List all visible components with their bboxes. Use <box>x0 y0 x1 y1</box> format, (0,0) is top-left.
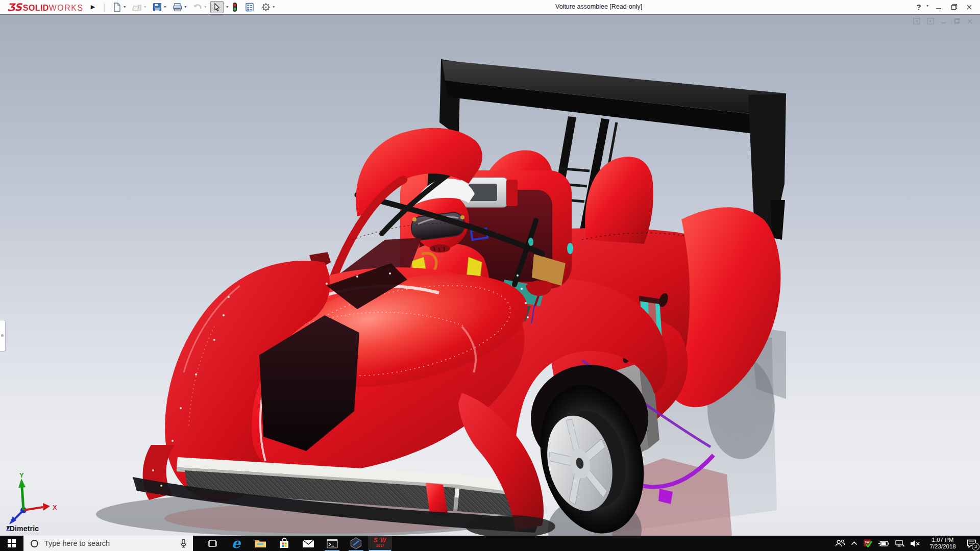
task-view-icon <box>207 539 217 548</box>
triad-y-label: Y <box>19 471 24 479</box>
document-window-controls <box>913 18 973 24</box>
edge-icon: e <box>232 537 240 549</box>
svg-text:sw: sw <box>865 540 870 544</box>
help-dropdown[interactable]: ▾ <box>924 0 931 13</box>
clock-time: 1:07 PM <box>926 537 960 543</box>
solidworks-logo-bold: SOLID <box>23 4 49 13</box>
open-icon <box>132 2 142 12</box>
solidworks-2017-button[interactable]: S W 2017 <box>368 536 392 551</box>
panel-grip-dot <box>1 334 4 337</box>
print-icon <box>172 2 183 12</box>
taskbar-clock[interactable]: 1:07 PM 7/23/2018 <box>926 537 960 550</box>
window-controls: ? ▾ <box>914 0 977 14</box>
doc-restore-button[interactable] <box>953 18 960 24</box>
save-button[interactable]: ▾ <box>150 1 168 14</box>
store-icon <box>279 538 289 549</box>
3d-model-scene[interactable]: Y X Z <box>0 15 980 536</box>
store-button[interactable] <box>272 536 296 551</box>
solidworks-logo: ƷS SOLID WORKS <box>7 1 84 13</box>
rebuild-button[interactable] <box>229 1 240 14</box>
cyan-detail <box>567 243 573 254</box>
battery-icon[interactable] <box>878 540 889 547</box>
command-prompt-icon <box>327 539 338 548</box>
start-button[interactable] <box>0 536 23 551</box>
open-dropdown[interactable]: ▾ <box>144 5 146 9</box>
volume-muted-icon[interactable] <box>910 540 920 547</box>
microphone-icon[interactable] <box>180 539 187 548</box>
traffic-light-icon <box>231 2 238 12</box>
hexagon-app-icon <box>350 537 362 549</box>
system-tray: sw 1:07 <box>835 536 980 551</box>
close-button[interactable] <box>962 0 977 14</box>
restore-button[interactable] <box>946 0 962 14</box>
new-document-dropdown[interactable]: ▾ <box>124 5 126 9</box>
options-button[interactable]: ▾ <box>259 1 277 14</box>
doc-close-button[interactable] <box>967 18 973 24</box>
select-dropdown[interactable]: ▾ <box>226 5 228 9</box>
notification-badge: 3 <box>972 543 979 550</box>
orientation-triad: Y X Z <box>6 471 57 532</box>
triad-x-label: X <box>53 504 57 511</box>
file-properties-icon <box>244 2 255 12</box>
undo-icon <box>192 2 203 12</box>
network-icon[interactable] <box>895 539 904 547</box>
open-button[interactable]: ▾ <box>130 1 148 14</box>
task-view-button[interactable] <box>200 536 224 551</box>
cortana-icon <box>31 540 38 547</box>
hexagon-app-button[interactable] <box>344 536 368 551</box>
minimize-button[interactable] <box>931 0 946 14</box>
solidworks-window: ƷS SOLID WORKS ▶ ▾ ▾ <box>0 0 980 551</box>
command-prompt-button[interactable] <box>320 536 344 551</box>
solidworks-logo-light: WORKS <box>49 4 84 13</box>
windows-logo-icon <box>8 539 16 547</box>
previous-window-button[interactable] <box>913 18 920 24</box>
edge-button[interactable]: e <box>224 536 248 551</box>
undo-button[interactable]: ▾ <box>190 1 208 14</box>
title-bar: ƷS SOLID WORKS ▶ ▾ ▾ <box>0 0 980 14</box>
toolbar-divider <box>104 3 105 12</box>
mail-icon <box>302 539 314 548</box>
save-icon <box>152 2 162 12</box>
undo-dropdown[interactable]: ▾ <box>204 5 206 9</box>
new-document-icon <box>112 2 122 12</box>
new-document-button[interactable]: ▾ <box>110 1 128 14</box>
next-window-button[interactable] <box>927 18 934 24</box>
options-dropdown[interactable]: ▾ <box>273 5 275 9</box>
print-dropdown[interactable]: ▾ <box>184 5 186 9</box>
taskbar-apps: e <box>200 536 392 551</box>
select-tool-button[interactable] <box>210 1 224 13</box>
windows-taskbar: Type here to search e <box>0 536 980 551</box>
select-cursor-icon <box>212 3 222 12</box>
graphics-viewport[interactable]: Y X Z *Dimetric <box>0 14 980 536</box>
print-button[interactable]: ▾ <box>170 1 188 14</box>
solidworks-logo-mark: ƷS <box>7 1 21 13</box>
file-explorer-icon <box>254 538 266 548</box>
taskbar-search-input[interactable]: Type here to search <box>23 536 193 551</box>
window-title: Voiture assomblee [Read-only] <box>555 0 642 14</box>
solidworks-app-icon: S W 2017 <box>374 537 387 549</box>
mail-button[interactable] <box>296 536 320 551</box>
file-properties-button[interactable] <box>242 1 257 14</box>
tray-chevron-up-icon[interactable] <box>851 541 857 545</box>
clock-date: 7/23/2018 <box>926 543 960 550</box>
action-center-button[interactable]: 3 <box>965 537 977 549</box>
solidworks-monitor-tray-icon[interactable]: sw <box>863 539 872 548</box>
gear-icon <box>261 2 271 12</box>
doc-minimize-button[interactable] <box>941 18 947 24</box>
search-placeholder: Type here to search <box>44 539 180 547</box>
people-icon[interactable] <box>835 539 845 547</box>
file-explorer-button[interactable] <box>248 536 272 551</box>
help-button[interactable]: ? <box>914 0 924 14</box>
feature-manager-collapsed-tab[interactable] <box>0 320 6 352</box>
save-dropdown[interactable]: ▾ <box>164 5 166 9</box>
view-orientation-label: *Dimetric <box>7 524 39 533</box>
menu-flyout-arrow-icon[interactable]: ▶ <box>91 4 95 10</box>
